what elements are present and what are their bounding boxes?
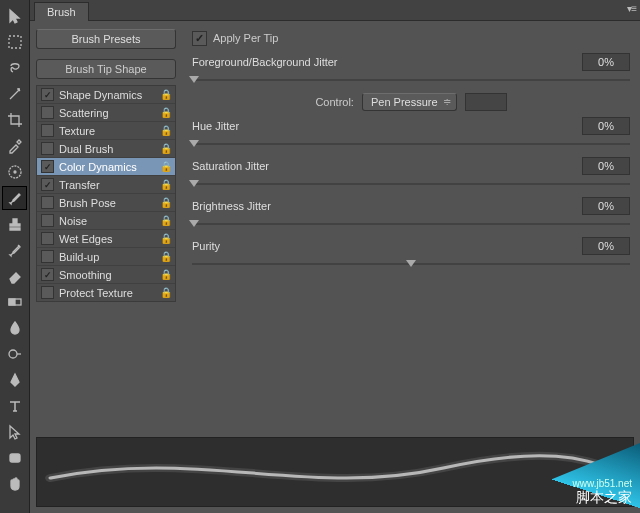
saturation-jitter-label: Saturation Jitter [192,160,576,172]
svg-rect-6 [10,454,20,462]
option-color-dynamics[interactable]: Color Dynamics🔒 [37,158,175,176]
marquee-tool[interactable] [2,30,27,54]
panel-menu-icon[interactable]: ▾≡ [627,3,636,14]
brush-presets-button[interactable]: Brush Presets [36,29,176,49]
saturation-jitter-slider[interactable] [192,181,630,187]
type-tool[interactable] [2,394,27,418]
fgbg-jitter-value[interactable]: 0% [582,53,630,71]
hand-tool[interactable] [2,472,27,496]
lock-icon[interactable]: 🔒 [160,197,171,208]
option-texture[interactable]: Texture🔒 [37,122,175,140]
path-tool[interactable] [2,420,27,444]
option-label: Shape Dynamics [59,89,142,101]
option-label: Noise [59,215,87,227]
control-label: Control: [315,96,354,108]
option-transfer[interactable]: Transfer🔒 [37,176,175,194]
option-checkbox[interactable] [41,250,54,263]
option-checkbox[interactable] [41,88,54,101]
lock-icon[interactable]: 🔒 [160,215,171,226]
option-checkbox[interactable] [41,106,54,119]
option-brush-pose[interactable]: Brush Pose🔒 [37,194,175,212]
svg-point-5 [9,350,17,358]
healing-tool[interactable] [2,160,27,184]
purity-value[interactable]: 0% [582,237,630,255]
option-label: Transfer [59,179,100,191]
hue-jitter-label: Hue Jitter [192,120,576,132]
option-smoothing[interactable]: Smoothing🔒 [37,266,175,284]
brush-tip-shape-header[interactable]: Brush Tip Shape [36,59,176,79]
purity-slider[interactable] [192,261,630,267]
lasso-tool[interactable] [2,56,27,80]
gradient-tool[interactable] [2,290,27,314]
lock-icon[interactable]: 🔒 [160,125,171,136]
option-label: Protect Texture [59,287,133,299]
lock-icon[interactable]: 🔒 [160,233,171,244]
option-label: Brush Pose [59,197,116,209]
fgbg-jitter-label: Foreground/Background Jitter [192,56,576,68]
crop-tool[interactable] [2,108,27,132]
option-dual-brush[interactable]: Dual Brush🔒 [37,140,175,158]
option-label: Texture [59,125,95,137]
lock-icon[interactable]: 🔒 [160,143,171,154]
option-checkbox[interactable] [41,196,54,209]
move-tool[interactable] [2,4,27,28]
svg-rect-0 [9,36,21,48]
option-label: Scattering [59,107,109,119]
lock-icon[interactable]: 🔒 [160,179,171,190]
option-label: Wet Edges [59,233,113,245]
lock-icon[interactable]: 🔒 [160,287,171,298]
option-checkbox[interactable] [41,124,54,137]
blur-tool[interactable] [2,316,27,340]
option-checkbox[interactable] [41,268,54,281]
option-checkbox[interactable] [41,160,54,173]
svg-rect-4 [9,299,15,305]
shape-tool[interactable] [2,446,27,470]
brush-panel: Brush ▾≡ Brush Presets Brush Tip Shape S… [30,0,640,513]
pen-tool[interactable] [2,368,27,392]
option-checkbox[interactable] [41,178,54,191]
hue-jitter-value[interactable]: 0% [582,117,630,135]
brightness-jitter-slider[interactable] [192,221,630,227]
option-build-up[interactable]: Build-up🔒 [37,248,175,266]
option-checkbox[interactable] [41,214,54,227]
wand-tool[interactable] [2,82,27,106]
option-noise[interactable]: Noise🔒 [37,212,175,230]
eyedropper-tool[interactable] [2,134,27,158]
svg-point-2 [14,171,16,173]
lock-icon[interactable]: 🔒 [160,161,171,172]
option-shape-dynamics[interactable]: Shape Dynamics🔒 [37,86,175,104]
apply-per-tip-label: Apply Per Tip [213,32,278,44]
lock-icon[interactable]: 🔒 [160,89,171,100]
brightness-jitter-label: Brightness Jitter [192,200,576,212]
option-label: Color Dynamics [59,161,137,173]
purity-label: Purity [192,240,576,252]
tools-strip [0,0,30,513]
control-swatch [465,93,507,111]
fgbg-jitter-slider[interactable] [192,77,630,83]
brush-tool[interactable] [2,186,27,210]
saturation-jitter-value[interactable]: 0% [582,157,630,175]
option-label: Dual Brush [59,143,113,155]
brush-stroke-preview [36,437,634,507]
history-brush-tool[interactable] [2,238,27,262]
control-dropdown[interactable]: Pen Pressure [362,93,457,111]
brush-options-list: Brush Presets Brush Tip Shape Shape Dyna… [30,21,182,431]
brightness-jitter-value[interactable]: 0% [582,197,630,215]
option-checkbox[interactable] [41,232,54,245]
lock-icon[interactable]: 🔒 [160,269,171,280]
option-scattering[interactable]: Scattering🔒 [37,104,175,122]
option-checkbox[interactable] [41,142,54,155]
dodge-tool[interactable] [2,342,27,366]
hue-jitter-slider[interactable] [192,141,630,147]
option-wet-edges[interactable]: Wet Edges🔒 [37,230,175,248]
lock-icon[interactable]: 🔒 [160,107,171,118]
option-label: Build-up [59,251,99,263]
stamp-tool[interactable] [2,212,27,236]
option-checkbox[interactable] [41,286,54,299]
lock-icon[interactable]: 🔒 [160,251,171,262]
tab-brush[interactable]: Brush [34,2,89,21]
option-label: Smoothing [59,269,112,281]
option-protect-texture[interactable]: Protect Texture🔒 [37,284,175,301]
apply-per-tip-checkbox[interactable] [192,31,207,46]
eraser-tool[interactable] [2,264,27,288]
